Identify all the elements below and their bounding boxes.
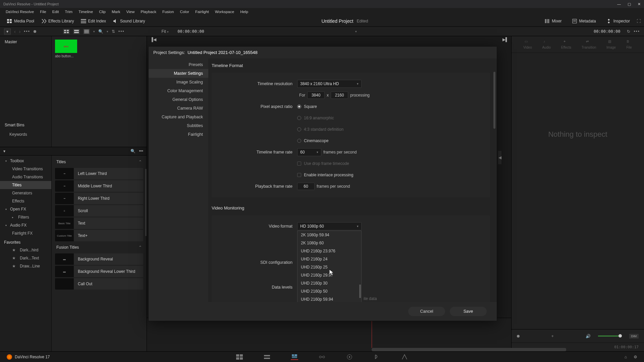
collapse-icon-2[interactable]: ⌃	[139, 245, 142, 250]
dlg-nav-presets[interactable]: Presets	[149, 60, 208, 69]
tree-fairlightfx[interactable]: Fairlight FX	[0, 229, 51, 237]
format-option-uhd-50[interactable]: UHD 2160p 50	[298, 287, 361, 295]
playhead[interactable]	[372, 319, 372, 348]
fav-2[interactable]: ★Dark...Text	[0, 254, 51, 262]
format-option-2k-5994[interactable]: 2K 1080p 59.94	[298, 231, 361, 239]
tree-video-transitions[interactable]: Video Transitions	[0, 165, 51, 173]
list-view-icon[interactable]	[83, 29, 90, 34]
collapse-inspector-button[interactable]: ◀	[498, 151, 501, 164]
inspector-toggle[interactable]: Inspector	[603, 17, 633, 25]
menu-trim[interactable]: Trim	[62, 9, 76, 15]
add-marker-icon[interactable]: +	[551, 334, 554, 339]
title-left-lower-third[interactable]: ━Left Lower Third	[55, 168, 143, 179]
loop-icon[interactable]: ↻	[627, 29, 630, 34]
mixer-toggle[interactable]: Mixer	[541, 17, 565, 25]
inspector-tab-video[interactable]: ▭Video	[523, 40, 532, 49]
resolution-height-input[interactable]: 2160	[331, 92, 348, 99]
thumb-view-icon[interactable]	[63, 29, 70, 34]
tree-titles[interactable]: Titles	[0, 181, 51, 189]
dlg-nav-capture-playback[interactable]: Capture and Playback	[149, 113, 208, 121]
menu-mark[interactable]: Mark	[109, 9, 123, 15]
dlg-nav-subtitles[interactable]: Subtitles	[149, 121, 208, 130]
title-text-plus[interactable]: Custom TitleText+	[55, 230, 143, 241]
title-middle-lower-third[interactable]: ━Middle Lower Third	[55, 180, 143, 192]
dlg-nav-image-scaling[interactable]: Image Scaling	[149, 78, 208, 86]
par-169-radio[interactable]	[297, 116, 301, 120]
timeline-h-scrollbar[interactable]	[372, 348, 444, 351]
viewer-menu-chev[interactable]: ▾	[355, 30, 357, 33]
interlace-checkbox[interactable]	[297, 173, 301, 177]
dlg-nav-general-options[interactable]: General Options	[149, 95, 208, 104]
menu-help[interactable]: Help	[237, 9, 251, 15]
zoom-slider[interactable]	[34, 30, 36, 33]
fusion-call-out[interactable]: Call Out	[55, 278, 143, 290]
minimize-button[interactable]: —	[617, 2, 621, 6]
format-option-uhd-24[interactable]: UHD 2160p 24	[298, 255, 361, 263]
title-text[interactable]: Basic TitleText	[55, 218, 143, 229]
fav-1[interactable]: ★Dark...hird	[0, 246, 51, 254]
format-option-uhd-23976[interactable]: UHD 2160p 23.976	[298, 247, 361, 255]
maximize-button[interactable]: ▢	[628, 2, 631, 6]
menu-file[interactable]: File	[37, 9, 49, 15]
inspector-tab-transition[interactable]: ⇄Transition	[582, 40, 596, 49]
page-deliver[interactable]	[401, 354, 408, 360]
nav-fwd[interactable]: ›	[19, 29, 21, 34]
fit-label[interactable]: Fit	[162, 29, 166, 34]
fusion-bg-reveal[interactable]: ▬Background Reveal	[55, 253, 143, 265]
bin-view-dropdown[interactable]: ▾	[4, 28, 11, 35]
inspector-tab-file[interactable]: 🗎File	[626, 40, 632, 49]
timecode-right[interactable]: 00:00:00:00	[594, 29, 620, 34]
dlg-nav-color-management[interactable]: Color Management	[149, 86, 208, 95]
dlg-nav-fairlight[interactable]: Fairlight	[149, 130, 208, 139]
inspector-tab-effects[interactable]: ✦Effects	[561, 40, 571, 49]
format-option-uhd-2997[interactable]: UHD 2160p 29.97	[298, 271, 361, 279]
sort-icon[interactable]: ⇅	[112, 29, 115, 34]
page-cut[interactable]	[263, 354, 271, 360]
fav-3[interactable]: ★Draw...Line	[0, 262, 51, 270]
smart-bin-keywords[interactable]: Keywords	[0, 130, 51, 139]
more-dots-1[interactable]: •••	[24, 29, 30, 34]
fx-more-dots[interactable]: •••	[139, 149, 143, 154]
menu-edit[interactable]: Edit	[49, 9, 62, 15]
par-cinemascope-radio[interactable]	[297, 139, 301, 143]
title-scroll[interactable]: ≡Scroll	[55, 205, 143, 217]
title-right-lower-third[interactable]: ━Right Lower Third	[55, 193, 143, 204]
tree-toolbox[interactable]: ▾Toolbox	[0, 157, 51, 165]
menu-davinci[interactable]: DaVinci Resolve	[3, 9, 37, 15]
fx-list-scrollbar[interactable]	[145, 169, 147, 236]
home-icon[interactable]: ⌂	[625, 355, 627, 359]
expand-icon[interactable]: ⛶	[637, 19, 641, 23]
tree-effects[interactable]: Effects	[0, 197, 51, 205]
cancel-button[interactable]: Cancel	[408, 307, 445, 316]
menu-fusion[interactable]: Fusion	[159, 9, 177, 15]
par-43-radio[interactable]	[297, 127, 301, 131]
more-dots-2[interactable]: •••	[118, 29, 125, 34]
timeline-resolution-dropdown[interactable]: 3840 x 2160 Ultra HD▾	[297, 80, 362, 88]
format-option-uhd-5994[interactable]: UHD 2160p 59.94	[298, 295, 361, 302]
menu-timeline[interactable]: Timeline	[75, 9, 96, 15]
page-color[interactable]	[346, 354, 353, 360]
collapse-icon[interactable]: ⌃	[139, 160, 142, 164]
menu-view[interactable]: View	[123, 9, 138, 15]
page-media[interactable]	[236, 354, 243, 360]
audio-mark-dot[interactable]	[517, 335, 520, 338]
inspector-tab-image[interactable]: ▧Image	[606, 40, 616, 49]
save-button[interactable]: Save	[450, 307, 487, 316]
page-edit[interactable]	[291, 354, 298, 360]
menu-playback[interactable]: Playback	[138, 9, 159, 15]
more-dots-3[interactable]: •••	[634, 29, 640, 34]
page-fairlight[interactable]	[373, 354, 381, 360]
tree-audiofx[interactable]: ▾Audio FX	[0, 221, 51, 229]
media-clip[interactable]: abo abo button...	[55, 40, 77, 58]
video-format-dropdown[interactable]: HD 1080p 60▾ 2K 1080p 59.94 2K 1080p 60 …	[297, 222, 362, 230]
menu-color[interactable]: Color	[177, 9, 192, 15]
dim-badge[interactable]: DIM	[629, 334, 639, 339]
par-square-radio[interactable]	[297, 105, 301, 109]
effects-library-toggle[interactable]: Effects Library	[38, 17, 77, 25]
tree-filters[interactable]: ▸Filters	[0, 213, 51, 221]
edit-index-toggle[interactable]: Edit Index	[77, 17, 109, 25]
volume-slider[interactable]	[598, 336, 622, 337]
search-icon[interactable]: 🔍	[98, 29, 103, 34]
close-button[interactable]: ✕	[638, 2, 641, 6]
media-pool-content[interactable]: abo abo button...	[52, 36, 147, 147]
